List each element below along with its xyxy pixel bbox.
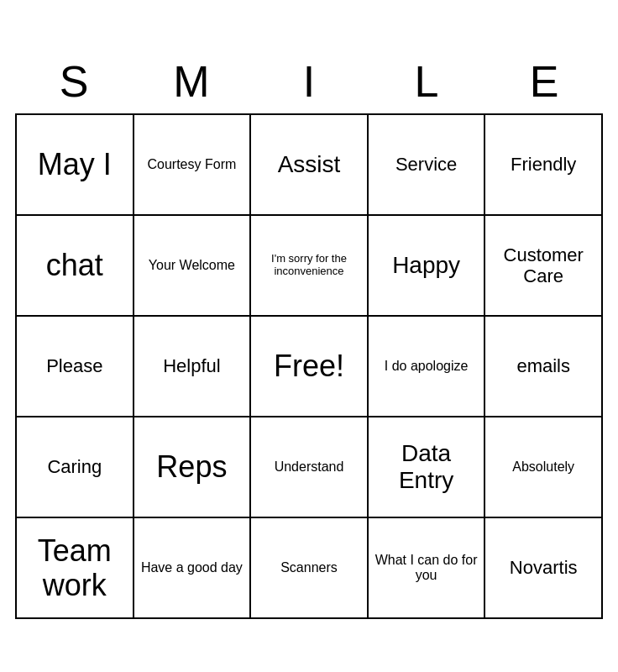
cell-r1-c3: Happy — [369, 216, 486, 317]
cell-r0-c0: May I — [17, 115, 134, 216]
bingo-card: SMILE May ICourtesy FormAssistServiceFri… — [15, 53, 603, 619]
header-letter-M: M — [133, 53, 250, 110]
header-letter-S: S — [15, 53, 133, 110]
bingo-header: SMILE — [15, 53, 603, 110]
cell-text-r1-c1: Your Welcome — [149, 258, 235, 273]
cell-r2-c0: Please — [17, 317, 134, 417]
cell-text-r0-c1: Courtesy Form — [147, 157, 236, 172]
bingo-grid: May ICourtesy FormAssistServiceFriendlyc… — [15, 113, 603, 619]
cell-text-r4-c2: Scanners — [280, 560, 338, 575]
header-letter-I: I — [250, 53, 368, 110]
cell-r3-c1: Reps — [134, 417, 252, 518]
cell-text-r2-c2: Free! — [274, 349, 344, 383]
cell-text-r4-c0: Team work — [20, 533, 129, 603]
cell-r0-c3: Service — [369, 115, 486, 216]
cell-text-r2-c4: emails — [516, 355, 570, 376]
cell-r1-c0: chat — [17, 216, 134, 317]
cell-text-r3-c0: Caring — [47, 456, 102, 477]
cell-r4-c4: Novartis — [485, 518, 603, 619]
cell-r0-c4: Friendly — [485, 115, 603, 216]
cell-r2-c2: Free! — [251, 317, 369, 417]
cell-text-r0-c4: Friendly — [511, 154, 576, 175]
cell-r3-c3: Data Entry — [369, 417, 486, 518]
cell-text-r2-c0: Please — [46, 355, 102, 376]
cell-r0-c1: Courtesy Form — [134, 115, 252, 216]
cell-r1-c1: Your Welcome — [134, 216, 252, 317]
cell-r3-c0: Caring — [17, 417, 134, 518]
cell-r0-c2: Assist — [251, 115, 369, 216]
cell-text-r1-c0: chat — [46, 248, 103, 282]
cell-text-r4-c4: Novartis — [510, 557, 578, 578]
cell-r2-c1: Helpful — [134, 317, 252, 417]
cell-text-r0-c2: Assist — [278, 151, 341, 178]
cell-text-r0-c0: May I — [38, 147, 112, 181]
header-letter-E: E — [485, 53, 603, 110]
cell-r2-c3: I do apologize — [369, 317, 486, 417]
cell-text-r2-c3: I do apologize — [385, 359, 469, 374]
cell-r4-c2: Scanners — [251, 518, 369, 619]
cell-r1-c2: I'm sorry for the inconvenience — [251, 216, 369, 317]
cell-text-r1-c3: Happy — [392, 252, 460, 279]
cell-text-r3-c4: Absolutely — [512, 459, 574, 475]
cell-r3-c4: Absolutely — [485, 417, 603, 518]
cell-text-r1-c2: I'm sorry for the inconvenience — [254, 253, 364, 278]
cell-r1-c4: Customer Care — [485, 216, 603, 317]
cell-text-r3-c3: Data Entry — [372, 440, 481, 494]
cell-r2-c4: emails — [485, 317, 603, 417]
cell-r4-c0: Team work — [17, 518, 134, 619]
header-letter-L: L — [368, 53, 485, 110]
cell-r4-c1: Have a good day — [134, 518, 252, 619]
cell-r4-c3: What I can do for you — [369, 518, 486, 619]
cell-text-r3-c2: Understand — [275, 459, 344, 475]
cell-text-r2-c1: Helpful — [163, 355, 220, 376]
cell-text-r1-c4: Customer Care — [489, 244, 598, 287]
cell-r3-c2: Understand — [251, 417, 369, 518]
cell-text-r0-c3: Service — [395, 154, 457, 175]
cell-text-r3-c1: Reps — [156, 449, 227, 484]
cell-text-r4-c3: What I can do for you — [372, 553, 481, 584]
cell-text-r4-c1: Have a good day — [141, 560, 243, 575]
